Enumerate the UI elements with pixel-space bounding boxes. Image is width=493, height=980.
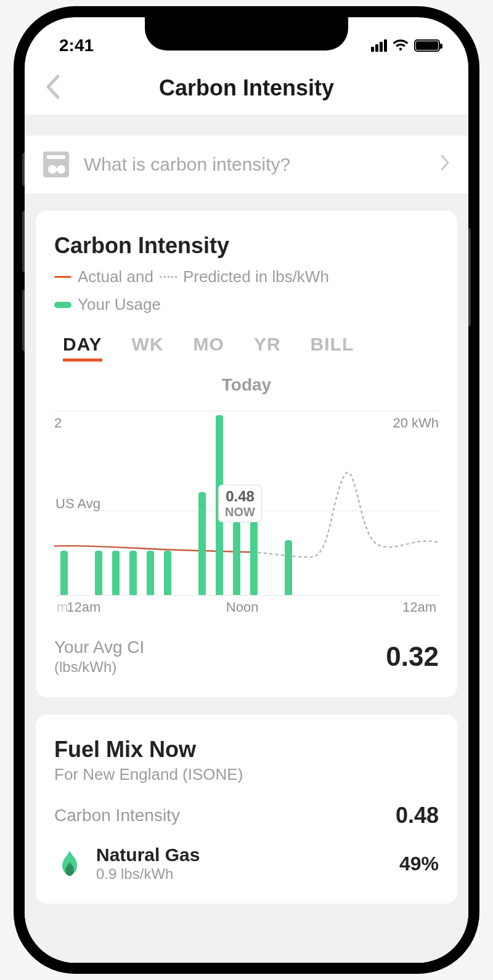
phone-frame: 2:41 Carbon Intensity What is carbon int… [14,6,479,974]
fuel-item-pct: 49% [399,852,439,875]
ci-card-title: Carbon Intensity [54,233,439,259]
ci-legend-usage: Your Usage [54,293,439,317]
chart-now-value: 0.48 [225,488,255,505]
legend-actual-swatch [54,276,71,278]
chart-x-mid: Noon [226,599,259,615]
fuel-mix-card: Fuel Mix Now For New England (ISONE) Car… [36,715,457,904]
fuel-ci-label: Carbon Intensity [54,806,180,825]
tab-day[interactable]: DAY [63,334,102,362]
ci-chart[interactable]: 2 20 kWh US Avg [54,411,439,596]
legend-predicted-swatch [160,276,177,278]
status-icons [371,39,440,52]
legend-actual-label: Actual and [78,265,153,289]
fuel-item-text: Natural Gas 0.9 lbs/kWh [96,844,200,883]
status-time: 2:41 [59,36,94,55]
avg-ci-row: Your Avg CI (lbs/kWh) 0.32 [54,636,439,676]
battery-icon [414,39,440,52]
back-button[interactable] [44,74,60,102]
legend-usage-label: Your Usage [78,293,161,317]
avg-ci-value: 0.32 [386,641,439,672]
avg-ci-label-text: Your Avg CI [54,638,144,657]
carbon-intensity-card: Carbon Intensity Actual and Predicted in… [36,211,457,697]
chevron-right-icon [440,154,450,176]
avg-ci-label: Your Avg CI (lbs/kWh) [54,636,144,676]
fuel-ci-value: 0.48 [396,803,439,828]
tab-mo[interactable]: MO [194,334,224,362]
chart-x-right: 12am [402,599,436,615]
ci-legend: Actual and Predicted in lbs/kWh [54,265,439,289]
info-link-label: What is carbon intensity? [84,154,290,175]
device-notch [145,17,348,51]
chart-x-left: 12am [67,599,100,615]
fuel-item-sub: 0.9 lbs/kWh [96,865,200,883]
tab-yr[interactable]: YR [254,334,281,362]
period-tabs: DAY WK MO YR BILL [63,334,439,362]
wifi-icon [392,39,409,52]
chart-x-ticks: m12am Noon 12am [54,599,439,615]
chart-now-marker: 0.48 NOW [218,485,262,522]
flame-icon [54,848,85,879]
nav-bar: Carbon Intensity [25,62,468,115]
legend-predicted-label: Predicted in lbs/kWh [183,265,329,289]
tab-wk[interactable]: WK [132,334,164,362]
fuel-item-natural-gas[interactable]: Natural Gas 0.9 lbs/kWh 49% [54,844,439,883]
scroll-body[interactable]: What is carbon intensity? Carbon Intensi… [25,115,468,963]
legend-usage-swatch [54,302,71,308]
avg-ci-unit: (lbs/kWh) [54,658,144,676]
fuel-card-subtitle: For New England (ISONE) [54,765,439,784]
chevron-left-icon [44,74,60,100]
period-label: Today [54,375,439,395]
fuel-ci-row: Carbon Intensity 0.48 [54,803,439,828]
cellular-icon [371,39,387,52]
phone-screen: 2:41 Carbon Intensity What is carbon int… [25,17,468,963]
page-title: Carbon Intensity [159,75,334,101]
chart-now-label: NOW [225,505,255,519]
tab-bill[interactable]: BILL [311,334,354,362]
info-link-what-is-ci[interactable]: What is carbon intensity? [25,136,468,193]
fuel-item-name: Natural Gas [96,844,200,865]
fuel-card-title: Fuel Mix Now [54,737,439,763]
reading-icon [43,152,69,177]
